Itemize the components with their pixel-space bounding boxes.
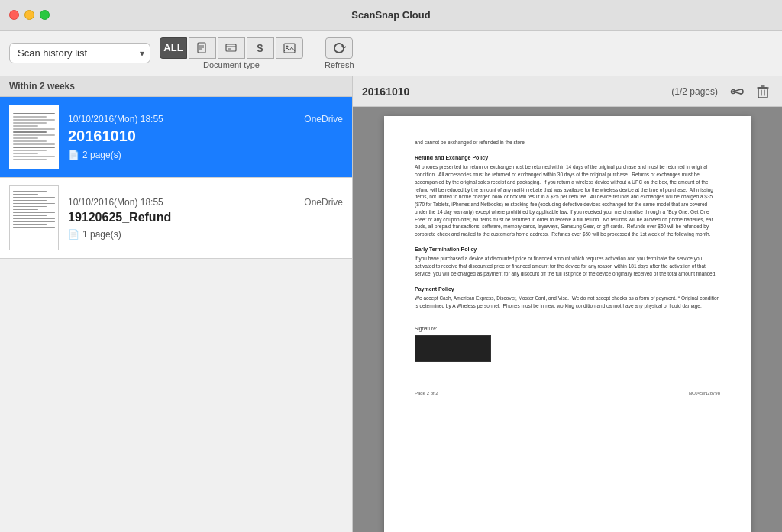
scan-item-destination: OneDrive: [304, 114, 343, 124]
thumb-line: [13, 137, 38, 139]
pages-count: 2 page(s): [82, 150, 121, 160]
window-controls: [9, 10, 50, 20]
svg-rect-4: [226, 44, 236, 51]
photo-icon: [283, 42, 296, 54]
app-title: ScanSnap Cloud: [351, 9, 430, 21]
receipt-dollar-icon: $: [257, 42, 263, 54]
doc-intro: and cannot be exchanged or refunded in t…: [415, 139, 720, 147]
share-button[interactable]: [727, 82, 747, 102]
doc-paragraph-3: We accept Cash, American Express, Discov…: [415, 295, 720, 310]
main-content: Within 2 weeks: [0, 76, 782, 532]
preview-pages: (1/2 pages): [671, 86, 718, 97]
scan-item-info: 10/10/2016(Mon) 18:55 OneDrive 20161010 …: [68, 114, 343, 160]
thumb-line: [13, 203, 55, 204]
document-page: and cannot be exchanged or refunded in t…: [384, 116, 751, 532]
page-icon: 📄: [68, 150, 79, 160]
preview-actions: [727, 82, 773, 102]
thumb-line: [13, 206, 47, 207]
thumb-line: [13, 218, 55, 219]
thumb-line: [13, 237, 47, 237]
thumb-line: [13, 215, 47, 216]
doc-preview-panel: 20161010 (1/2 pages): [353, 76, 782, 532]
maximize-button[interactable]: [40, 10, 50, 20]
preview-doc-name: 20161010: [362, 85, 671, 98]
doc-footer-page: Page 2 of 2: [415, 390, 438, 397]
close-button[interactable]: [9, 10, 19, 20]
trash-icon: [757, 85, 769, 98]
toolbar: Scan history listFavoritesRecent ALL: [0, 31, 782, 76]
thumb-line: [13, 122, 47, 124]
doc-section-title-1: Refund and Exchange Policy: [415, 154, 720, 163]
scan-list-panel: Within 2 weeks: [0, 76, 353, 532]
scan-item[interactable]: 10/10/2016(Mon) 18:55 OneDrive 20161010 …: [0, 97, 352, 178]
thumb-line: [13, 119, 55, 121]
thumb-line: [13, 231, 38, 231]
minimize-button[interactable]: [24, 10, 34, 20]
scan-thumbnail: [9, 105, 59, 169]
svg-point-8: [286, 45, 288, 47]
thumb-line: [13, 194, 38, 195]
thumb-line: [13, 134, 55, 136]
doc-paragraph-2: If you have purchased a device at discou…: [415, 255, 720, 277]
thumb-line: [13, 227, 55, 228]
preview-content[interactable]: and cannot be exchanged or refunded in t…: [353, 107, 782, 532]
thumb-line: [13, 116, 47, 118]
document-icon: [196, 42, 208, 54]
scan-item-pages: 📄 2 page(s): [68, 150, 343, 160]
thumb-line: [13, 243, 47, 243]
thumb-line: [13, 197, 55, 198]
document-type-group: ALL $: [160, 37, 303, 69]
scan-item-name: 19120625_Refund: [68, 211, 343, 224]
doc-section-title-2: Early Termination Policy: [415, 246, 720, 254]
doc-paragraph-1: All phones presented for return or excha…: [415, 163, 720, 238]
thumbnail-content: [10, 188, 58, 249]
thumb-line: [13, 240, 55, 240]
scan-thumbnail: [9, 185, 59, 250]
refresh-button[interactable]: [325, 37, 353, 59]
refresh-label: Refresh: [325, 60, 354, 69]
preview-header: 20161010 (1/2 pages): [353, 76, 782, 107]
thumb-line: [13, 113, 55, 114]
thumb-line: [13, 159, 47, 160]
doc-footer-id: NC045IN28798: [689, 390, 720, 397]
scan-history-dropdown[interactable]: Scan history listFavoritesRecent: [9, 43, 150, 63]
doc-signature-label: Signature:: [415, 325, 720, 333]
section-header: Within 2 weeks: [0, 76, 352, 97]
scan-item-date: 10/10/2016(Mon) 18:55: [68, 114, 163, 124]
scan-history-dropdown-wrapper: Scan history listFavoritesRecent: [9, 43, 150, 63]
thumb-line: [13, 125, 38, 127]
thumb-line: [13, 221, 55, 222]
thumb-line: [13, 131, 47, 133]
svg-rect-7: [284, 44, 295, 53]
thumb-line: [13, 156, 55, 157]
thumb-line: [13, 147, 55, 148]
refresh-group: Refresh: [325, 37, 354, 69]
thumb-line: [13, 224, 47, 225]
delete-button[interactable]: [753, 82, 773, 102]
thumb-line: [13, 209, 38, 210]
title-bar: ScanSnap Cloud: [0, 0, 782, 31]
doc-signature-box: [415, 335, 491, 362]
thumbnail-content: [10, 110, 58, 165]
scan-item-name: 20161010: [68, 127, 343, 145]
thumb-line: [13, 200, 47, 201]
thumb-line: [13, 128, 55, 130]
thumb-line: [13, 153, 38, 154]
document-filter-button[interactable]: [189, 37, 216, 59]
thumb-line: [13, 212, 55, 213]
doc-type-buttons: ALL $: [160, 37, 303, 59]
scan-item-date: 10/10/2016(Mon) 18:55: [68, 197, 163, 208]
all-filter-button[interactable]: ALL: [160, 37, 187, 59]
card-filter-button[interactable]: [218, 37, 245, 59]
thumb-line: [13, 191, 47, 192]
thumb-line: [13, 150, 47, 151]
svg-rect-10: [758, 88, 767, 98]
thumb-line: [13, 143, 55, 145]
scan-item[interactable]: 10/10/2016(Mon) 18:55 OneDrive 19120625_…: [0, 178, 352, 259]
photo-filter-button[interactable]: [276, 37, 303, 59]
receipt-filter-button[interactable]: $: [247, 37, 274, 59]
doc-section-title-3: Payment Policy: [415, 285, 720, 294]
scan-item-pages: 📄 1 page(s): [68, 229, 343, 240]
scan-item-destination: OneDrive: [304, 197, 343, 208]
card-icon: [225, 42, 238, 54]
